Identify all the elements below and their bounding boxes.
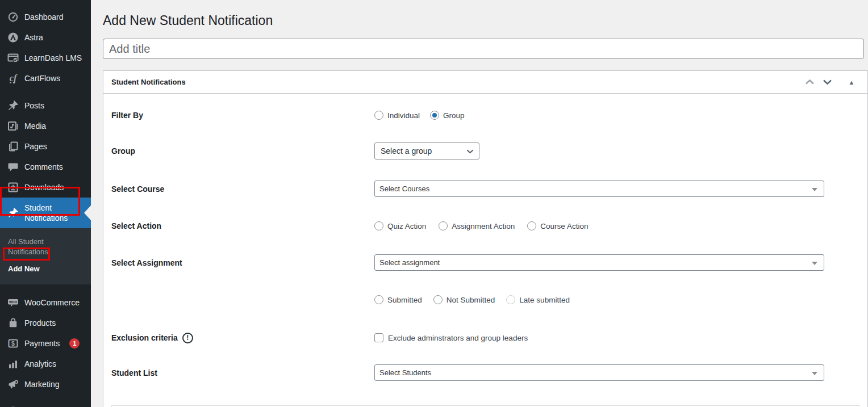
radio-group-option[interactable]: Group	[430, 111, 465, 120]
radio-individual-label: Individual	[387, 111, 420, 120]
radio-individual-control[interactable]	[374, 111, 383, 120]
sidebar-item-marketing[interactable]: Marketing	[0, 374, 91, 395]
group-select[interactable]: Select a group	[374, 142, 479, 160]
student-notifications-metabox: Student Notifications ▲ Filter By Indivi…	[103, 70, 868, 407]
sidebar-item-label: Downloads	[24, 182, 64, 192]
move-down-icon[interactable]	[821, 77, 833, 88]
chevron-down-icon	[466, 146, 474, 156]
sidebar-item-label: Media	[24, 121, 46, 131]
radio-late-submitted-label: Late submitted	[519, 296, 570, 304]
submenu-item-add-new[interactable]: Add New	[0, 261, 91, 278]
radio-assignment-action[interactable]: Assignment Action	[439, 221, 515, 230]
metabox-title: Student Notifications	[111, 78, 186, 86]
sidebar-item-media[interactable]: Media	[0, 116, 91, 136]
radio-submitted-control[interactable]	[374, 295, 383, 304]
sidebar-item-learndash[interactable]: LearnDash LMS	[0, 48, 91, 68]
sidebar-item-label: CartFlows	[24, 73, 60, 83]
sidebar-item-dashboard[interactable]: Dashboard	[0, 7, 91, 27]
sidebar-item-label: Student Notifications	[24, 203, 77, 223]
sidebar-item-label: Pages	[24, 141, 47, 152]
payments-count-badge: 1	[69, 338, 80, 349]
downloads-icon	[7, 182, 19, 193]
analytics-icon	[7, 358, 19, 370]
pushpin-icon	[7, 207, 19, 219]
student-notifications-submenu: All Student Notifications Add New	[0, 228, 91, 284]
cartflows-icon: cf	[7, 73, 19, 84]
post-title-input[interactable]	[103, 39, 864, 59]
svg-text:WOO: WOO	[9, 300, 18, 304]
sidebar-item-student-notifications[interactable]: Student Notifications	[0, 198, 91, 228]
sidebar-item-elementor[interactable]: Elementor	[0, 401, 91, 407]
radio-late-submitted[interactable]: Late submitted	[506, 295, 570, 304]
sidebar-item-woocommerce[interactable]: WOO WooCommerce	[0, 292, 91, 313]
pages-icon	[7, 141, 19, 152]
radio-quiz-action-label: Quiz Action	[387, 222, 426, 230]
student-list-label: Student List	[111, 368, 374, 377]
radio-submitted[interactable]: Submitted	[374, 295, 422, 304]
radio-course-action[interactable]: Course Action	[527, 221, 588, 230]
sidebar-item-label: Payments	[24, 338, 60, 349]
sidebar-item-payments[interactable]: $ Payments 1	[0, 333, 91, 354]
student-list-select[interactable]: Select Students	[374, 364, 824, 381]
radio-individual[interactable]: Individual	[374, 111, 420, 120]
move-up-icon[interactable]	[804, 77, 815, 88]
radio-late-submitted-control[interactable]	[506, 295, 515, 304]
sidebar-item-label: Astra	[24, 32, 43, 43]
sidebar-item-downloads[interactable]: Downloads	[0, 177, 91, 198]
radio-group-control[interactable]	[430, 111, 439, 120]
radio-course-action-label: Course Action	[540, 222, 588, 230]
course-select[interactable]: Select Courses	[374, 181, 824, 197]
sidebar-item-comments[interactable]: Comments	[0, 157, 91, 177]
sidebar-item-label: Products	[24, 318, 56, 328]
exclude-admins-option[interactable]: Exclude adminstrators and group leaders	[374, 333, 528, 342]
group-row: Group Select a group	[111, 142, 859, 160]
select-assignment-row: Select Assignment Select assignment	[111, 254, 859, 271]
sidebar-item-posts[interactable]: Posts	[0, 95, 91, 116]
collapse-icon[interactable]: ▲	[845, 77, 858, 88]
radio-quiz-action[interactable]: Quiz Action	[374, 221, 426, 230]
main-content: Add New Student Notification Student Not…	[91, 0, 868, 407]
select-action-label: Select Action	[111, 221, 374, 230]
exclude-admins-label: Exclude adminstrators and group leaders	[388, 334, 528, 342]
sidebar-item-analytics[interactable]: Analytics	[0, 354, 91, 374]
svg-text:cf: cf	[10, 73, 18, 83]
filter-by-label: Filter By	[111, 111, 374, 120]
radio-quiz-action-control[interactable]	[374, 221, 383, 230]
sidebar-item-label: Marketing	[24, 379, 59, 389]
sidebar-item-cartflows[interactable]: cf CartFlows	[0, 68, 91, 89]
info-icon[interactable]: !	[182, 333, 193, 343]
exclusion-criteria-label: Exclusion criteria	[111, 333, 178, 342]
sidebar-item-astra[interactable]: Astra	[0, 27, 91, 48]
student-list-placeholder: Select Students	[379, 368, 431, 377]
menu-separator	[0, 89, 91, 95]
select-assignment-label: Select Assignment	[111, 258, 374, 267]
assignment-select[interactable]: Select assignment	[374, 254, 824, 271]
sidebar-item-products[interactable]: Products	[0, 313, 91, 333]
metabox-header[interactable]: Student Notifications ▲	[103, 71, 867, 94]
comments-icon	[7, 161, 19, 173]
radio-not-submitted-label: Not Submitted	[446, 296, 495, 304]
dashboard-icon	[7, 11, 19, 23]
astra-icon	[7, 32, 19, 43]
sidebar-item-label: Comments	[24, 162, 63, 172]
dropdown-arrow-icon	[812, 372, 817, 375]
admin-sidebar: Dashboard Astra LearnDash LMS cf CartFlo…	[0, 0, 91, 407]
metabox-controls: ▲	[804, 77, 858, 88]
assignment-select-placeholder: Select assignment	[379, 258, 440, 267]
exclusion-criteria-row: Exclusion criteria ! Exclude adminstrato…	[111, 330, 859, 346]
radio-not-submitted[interactable]: Not Submitted	[433, 295, 495, 304]
radio-not-submitted-control[interactable]	[433, 295, 443, 304]
payments-icon: $	[7, 338, 19, 349]
page-title: Add New Student Notification	[103, 12, 868, 29]
select-action-row: Select Action Quiz Action Assignment Act…	[111, 218, 859, 234]
radio-course-action-control[interactable]	[527, 221, 536, 230]
sidebar-item-pages[interactable]: Pages	[0, 136, 91, 157]
group-label: Group	[111, 146, 374, 156]
select-course-label: Select Course	[111, 184, 374, 194]
course-select-placeholder: Select Courses	[379, 184, 429, 193]
learndash-icon	[7, 52, 19, 64]
radio-assignment-action-control[interactable]	[439, 221, 448, 230]
submenu-item-all-student-notifications[interactable]: All Student Notifications	[0, 233, 68, 261]
filter-by-radio-group: Individual Group	[374, 111, 465, 120]
exclude-admins-checkbox[interactable]	[374, 333, 383, 342]
